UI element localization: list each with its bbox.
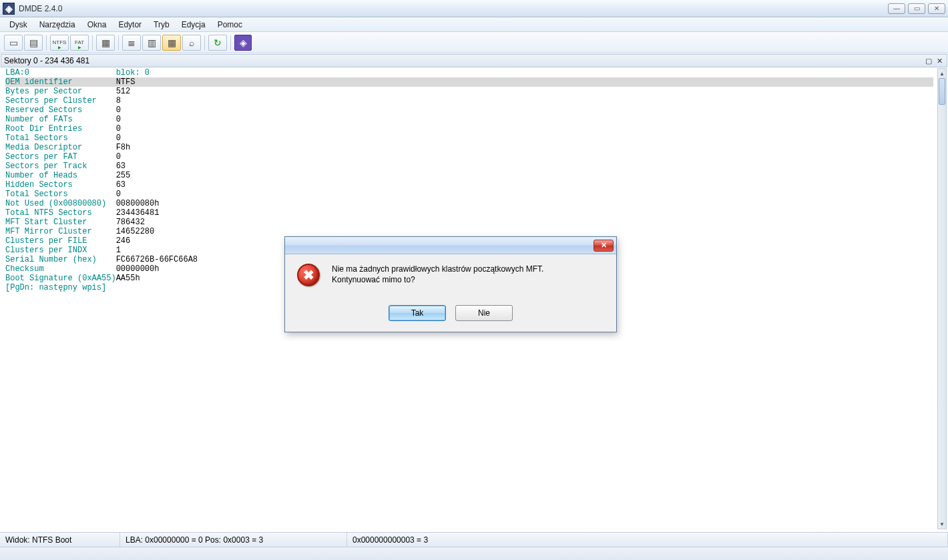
field-label: Clusters per INDX bbox=[5, 246, 116, 255]
status-view: Widok: NTFS Boot bbox=[0, 533, 120, 547]
field-label: Total Sectors bbox=[5, 190, 116, 199]
field-value: 512 bbox=[116, 87, 131, 96]
field-label: Hidden Sectors bbox=[5, 180, 116, 190]
field-value: 0 bbox=[116, 115, 121, 124]
vertical-scrollbar[interactable]: ▲ ▼ bbox=[937, 68, 947, 529]
sector-range-label: Sektory 0 - 234 436 481 bbox=[4, 56, 89, 65]
ntfs-label: NTFS bbox=[53, 40, 67, 45]
maximize-button[interactable]: ▭ bbox=[908, 3, 925, 14]
dialog-message-line2: Kontynuować mimo to? bbox=[332, 274, 543, 285]
field-value: 0 bbox=[116, 133, 121, 143]
field-row[interactable]: Total Sectors 0 bbox=[5, 190, 933, 199]
menu-tryb[interactable]: Tryb bbox=[148, 19, 175, 31]
toolbar-separator bbox=[92, 35, 93, 50]
field-value: 255 bbox=[116, 171, 131, 180]
field-value: 63 bbox=[116, 180, 126, 190]
field-value: 786432 bbox=[116, 218, 145, 227]
field-row[interactable]: Hidden Sectors 63 bbox=[5, 180, 933, 190]
field-label: Sectors per FAT bbox=[5, 152, 116, 162]
toolbar: ▭ ▤ NTFS ▶ FAT ▶ ▦ ≣ ▥ ▦ ⌕ ↻ ◈ bbox=[0, 32, 948, 53]
panel-close-button[interactable]: ✕ bbox=[935, 56, 944, 65]
toolbar-separator bbox=[118, 35, 119, 50]
app-icon: ◈ bbox=[3, 3, 15, 15]
fat-label: FAT bbox=[75, 40, 84, 45]
window-title: DMDE 2.4.0 bbox=[19, 4, 62, 13]
field-value: 0 bbox=[116, 190, 121, 199]
field-label: Sectors per Cluster bbox=[5, 96, 116, 105]
toolbar-separator bbox=[46, 35, 47, 50]
field-label: Sectors per Track bbox=[5, 162, 116, 171]
field-label: MFT Mirror Cluster bbox=[5, 227, 116, 236]
dialog-close-button[interactable]: ✕ bbox=[594, 240, 614, 252]
status-lba: LBA: 0x00000000 = 0 Pos: 0x0003 = 3 bbox=[120, 533, 347, 547]
field-row[interactable]: MFT Start Cluster 786432 bbox=[5, 218, 933, 227]
tool-grid1-icon[interactable]: ▦ bbox=[96, 35, 115, 51]
header-line: LBA:0 blok: 0 bbox=[5, 68, 933, 77]
field-row[interactable]: Sectors per Track 63 bbox=[5, 162, 933, 171]
field-row[interactable]: Media Descriptor F8h bbox=[5, 143, 933, 152]
field-row[interactable]: Total NTFS Sectors 234436481 bbox=[5, 208, 933, 218]
dialog-yes-button[interactable]: Tak bbox=[389, 305, 446, 321]
field-row[interactable]: Sectors per FAT 0 bbox=[5, 152, 933, 162]
play-icon: ▶ bbox=[78, 45, 81, 49]
field-row[interactable]: Reserved Sectors 0 bbox=[5, 105, 933, 115]
field-value: AA55h bbox=[116, 274, 140, 283]
sector-header: Sektory 0 - 234 436 481 ▢ ✕ bbox=[1, 54, 947, 67]
dialog-titlebar: ✕ bbox=[285, 237, 616, 254]
field-label: OEM identifier bbox=[5, 77, 116, 87]
field-value: 234436481 bbox=[116, 208, 160, 218]
field-label: Reserved Sectors bbox=[5, 105, 116, 115]
dialog-message: Nie ma żadnych prawidłowych klastrów poc… bbox=[332, 264, 543, 285]
field-value: FC66726B-66FC66A8 bbox=[116, 255, 198, 264]
field-label: Clusters per FILE bbox=[5, 236, 116, 246]
scroll-down-icon[interactable]: ▼ bbox=[938, 519, 946, 529]
field-row[interactable]: Bytes per Sector 512 bbox=[5, 87, 933, 96]
field-label: Number of Heads bbox=[5, 171, 116, 180]
dialog-no-button[interactable]: Nie bbox=[455, 305, 513, 321]
error-icon: ✖ bbox=[297, 264, 320, 286]
menu-pomoc[interactable]: Pomoc bbox=[212, 19, 248, 31]
confirm-dialog: ✕ ✖ Nie ma żadnych prawidłowych klastrów… bbox=[284, 236, 617, 332]
tool-drive-icon[interactable]: ▭ bbox=[4, 35, 23, 51]
field-row[interactable]: Not Used (0x00800080) 00800080h bbox=[5, 199, 933, 208]
close-button[interactable]: ✕ bbox=[928, 3, 945, 14]
tool-view-active-icon[interactable]: ▦ bbox=[162, 35, 181, 51]
field-value: 0 bbox=[116, 152, 121, 162]
field-label: Number of FATs bbox=[5, 115, 116, 124]
titlebar: ◈ DMDE 2.4.0 — ▭ ✕ bbox=[0, 0, 948, 17]
minimize-button[interactable]: — bbox=[888, 3, 905, 14]
field-label: Total Sectors bbox=[5, 133, 116, 143]
field-value: 246 bbox=[116, 236, 131, 246]
field-row[interactable]: Number of Heads 255 bbox=[5, 171, 933, 180]
field-label: Bytes per Sector bbox=[5, 87, 116, 96]
field-row[interactable]: Root Dir Entries 0 bbox=[5, 124, 933, 133]
menu-narzedzia[interactable]: Narzędzia bbox=[34, 19, 81, 31]
tool-purple-icon[interactable]: ◈ bbox=[234, 35, 252, 51]
statusbar: Widok: NTFS Boot LBA: 0x00000000 = 0 Pos… bbox=[0, 532, 948, 547]
menu-okna[interactable]: Okna bbox=[82, 19, 112, 31]
tool-search-icon[interactable]: ⌕ bbox=[182, 35, 201, 51]
field-row[interactable]: Sectors per Cluster 8 bbox=[5, 96, 933, 105]
tool-fat-button[interactable]: FAT ▶ bbox=[70, 35, 89, 51]
menu-dysk[interactable]: Dysk bbox=[4, 19, 33, 31]
field-row[interactable]: Total Sectors 0 bbox=[5, 133, 933, 143]
scroll-thumb[interactable] bbox=[939, 78, 945, 105]
field-label: Root Dir Entries bbox=[5, 124, 116, 133]
status-offset: 0x000000000003 = 3 bbox=[347, 533, 948, 547]
tool-ntfs-button[interactable]: NTFS ▶ bbox=[50, 35, 69, 51]
tool-list2-icon[interactable]: ▥ bbox=[142, 35, 161, 51]
field-row[interactable]: OEM identifier NTFS bbox=[5, 77, 933, 87]
field-label: Total NTFS Sectors bbox=[5, 208, 116, 218]
menu-edycja[interactable]: Edycja bbox=[176, 19, 211, 31]
menu-edytor[interactable]: Edytor bbox=[113, 19, 147, 31]
menubar: Dysk Narzędzia Okna Edytor Tryb Edycja P… bbox=[0, 17, 948, 32]
tool-action-icon[interactable]: ↻ bbox=[208, 35, 227, 51]
resize-grip-area bbox=[0, 547, 948, 560]
field-row[interactable]: MFT Mirror Cluster 14652280 bbox=[5, 227, 933, 236]
panel-maximize-button[interactable]: ▢ bbox=[924, 56, 933, 65]
tool-disk-icon[interactable]: ▤ bbox=[24, 35, 43, 51]
tool-list1-icon[interactable]: ≣ bbox=[122, 35, 141, 51]
dialog-message-line1: Nie ma żadnych prawidłowych klastrów poc… bbox=[332, 264, 543, 274]
field-row[interactable]: Number of FATs 0 bbox=[5, 115, 933, 124]
scroll-up-icon[interactable]: ▲ bbox=[938, 69, 946, 78]
